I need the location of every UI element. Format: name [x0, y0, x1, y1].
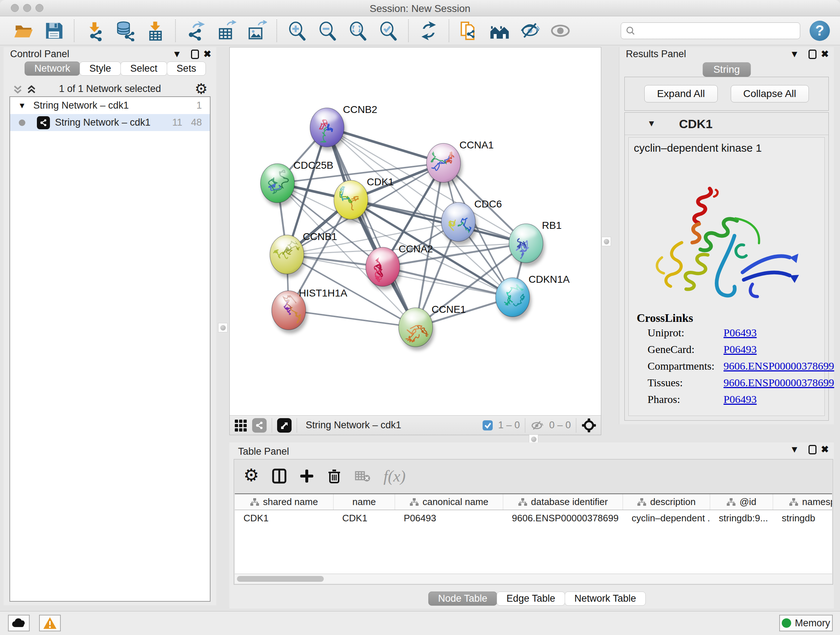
crosslink-label: GeneCard:: [647, 343, 731, 356]
network-node-rb1[interactable]: RB1: [509, 220, 561, 266]
network-node-cdkn1a[interactable]: CDKN1A: [496, 274, 570, 320]
network-node-cdk1[interactable]: CDK1: [334, 176, 394, 223]
refresh-icon[interactable]: [418, 20, 439, 41]
crosslink-link[interactable]: P06493: [723, 393, 757, 405]
float-panel-icon[interactable]: [808, 50, 816, 59]
column-header[interactable]: shared name: [235, 494, 333, 510]
export-table-icon[interactable]: [216, 20, 237, 41]
table-cell[interactable]: stringdb: [773, 510, 832, 526]
network-node-ccnb1[interactable]: CCNB1: [270, 231, 337, 278]
network-node-ccne1[interactable]: CCNE1: [399, 304, 466, 350]
window-titlebar: Session: New Session: [0, 0, 840, 16]
table-horizontal-scrollbar[interactable]: [235, 574, 832, 584]
column-header[interactable]: name: [333, 494, 395, 510]
table-cell[interactable]: stringdb:9...: [710, 510, 773, 526]
warnings-button[interactable]: [39, 615, 61, 631]
node-label: CDKN1A: [529, 274, 570, 285]
column-header[interactable]: namespace: [773, 494, 832, 510]
zoom-selected-icon[interactable]: [378, 20, 399, 41]
eye-icon[interactable]: [550, 20, 571, 41]
tab-sets[interactable]: Sets: [167, 62, 206, 76]
column-type-icon: [789, 498, 798, 507]
tab-string[interactable]: String: [703, 62, 751, 77]
close-panel-icon[interactable]: ✖: [203, 49, 211, 60]
pan-crosshair-icon[interactable]: [581, 418, 597, 433]
vertical-splitter-handle[interactable]: [602, 237, 611, 246]
close-panel-icon[interactable]: ✖: [821, 444, 829, 455]
node-label: CCNB1: [303, 231, 337, 242]
column-header[interactable]: description: [623, 494, 710, 510]
crosslink-link[interactable]: P06493: [723, 326, 757, 339]
search-input[interactable]: [638, 25, 796, 36]
scrollbar-thumb[interactable]: [237, 576, 324, 582]
tab-network[interactable]: Network: [25, 62, 80, 76]
crosslink-link[interactable]: P06493: [723, 343, 757, 356]
column-header[interactable]: database identifier: [503, 494, 623, 510]
network-node-cdc6[interactable]: CDC6: [441, 198, 502, 245]
vertical-splitter-handle[interactable]: [218, 323, 227, 333]
birdseye-view-icon[interactable]: [277, 418, 292, 432]
save-session-icon[interactable]: [43, 20, 65, 41]
help-button[interactable]: ?: [810, 21, 830, 41]
grid-view-icon[interactable]: [234, 419, 247, 432]
network-collection-row[interactable]: ▼ String Network – cdk1 1: [10, 97, 210, 114]
function-builder-icon[interactable]: f(x): [384, 467, 406, 486]
network-row[interactable]: String Network – cdk1 11 48: [10, 114, 210, 131]
column-header[interactable]: canonical name: [395, 494, 503, 510]
network-options-gear-icon[interactable]: ⚙: [195, 80, 208, 97]
table-row[interactable]: CDK1CDK1P064939606.ENSP00000378699cyclin…: [235, 510, 832, 526]
node-table[interactable]: shared namenamecanonical namedatabase id…: [235, 494, 832, 573]
float-panel-icon[interactable]: [191, 50, 199, 59]
table-cell[interactable]: 9606.ENSP00000378699: [503, 510, 623, 526]
gene-header[interactable]: ▼ CDK1: [625, 112, 829, 135]
table-cell[interactable]: CDK1: [333, 510, 395, 526]
network-edge[interactable]: [289, 310, 416, 327]
tab-edge-table[interactable]: Edge Table: [497, 592, 565, 606]
documents-share-icon[interactable]: [459, 20, 480, 41]
memory-button[interactable]: Memory: [779, 615, 833, 631]
network-canvas[interactable]: CCNB2CCNA1CDC25BCDK1CDC6RB1CCNB1CCNA2CDK…: [230, 48, 601, 415]
gene-expander-icon[interactable]: ▼: [647, 119, 656, 128]
table-cell[interactable]: CDK1: [235, 510, 333, 526]
import-network-database-icon[interactable]: [114, 20, 135, 41]
selected-checkbox-icon[interactable]: [482, 420, 493, 431]
table-settings-gear-icon[interactable]: ⚙: [243, 465, 259, 485]
add-column-icon[interactable]: [300, 469, 314, 483]
houses-icon[interactable]: [489, 20, 510, 41]
export-image-icon[interactable]: [246, 20, 267, 41]
panel-menu-icon[interactable]: ▼: [790, 444, 799, 455]
cloud-status-button[interactable]: [8, 615, 30, 631]
collection-expander-icon[interactable]: ▼: [18, 101, 26, 111]
crosslink-link[interactable]: 9606.ENSP00000378699: [723, 377, 834, 389]
delete-table-icon[interactable]: [355, 469, 371, 483]
table-cell[interactable]: cyclin–dependent ...: [623, 510, 710, 526]
table-cell[interactable]: P06493: [395, 510, 503, 526]
tab-style[interactable]: Style: [80, 62, 121, 76]
import-table-file-icon[interactable]: [145, 20, 166, 41]
collapse-all-button[interactable]: Collapse All: [731, 85, 809, 103]
tab-select[interactable]: Select: [120, 62, 167, 76]
column-header[interactable]: @id: [710, 494, 773, 510]
open-session-icon[interactable]: [13, 20, 34, 41]
panel-menu-icon[interactable]: ▼: [172, 49, 182, 60]
show-columns-icon[interactable]: [271, 468, 287, 484]
share-view-icon[interactable]: [252, 418, 267, 432]
close-panel-icon[interactable]: ✖: [821, 49, 829, 60]
network-node-ccnb2[interactable]: CCNB2: [310, 104, 377, 150]
expand-all-button[interactable]: Expand All: [644, 85, 717, 103]
zoom-in-icon[interactable]: [286, 20, 308, 41]
panel-menu-icon[interactable]: ▼: [790, 49, 799, 60]
tab-network-table[interactable]: Network Table: [565, 592, 646, 606]
eye-slash-icon[interactable]: [519, 20, 540, 41]
float-panel-icon[interactable]: [808, 445, 816, 454]
zoom-fit-icon[interactable]: [347, 20, 368, 41]
tab-node-table[interactable]: Node Table: [428, 592, 497, 606]
crosslink-link[interactable]: 9606.ENSP00000378699: [723, 360, 834, 372]
import-network-file-icon[interactable]: [84, 20, 105, 41]
zoom-out-icon[interactable]: [317, 20, 338, 41]
delete-column-trash-icon[interactable]: [326, 468, 342, 484]
export-network-icon[interactable]: [185, 20, 206, 41]
hidden-eye-icon[interactable]: [531, 419, 544, 432]
network-node-hist1h1a[interactable]: HIST1H1A: [272, 287, 347, 333]
crosslink-label: Uniprot:: [647, 326, 731, 339]
